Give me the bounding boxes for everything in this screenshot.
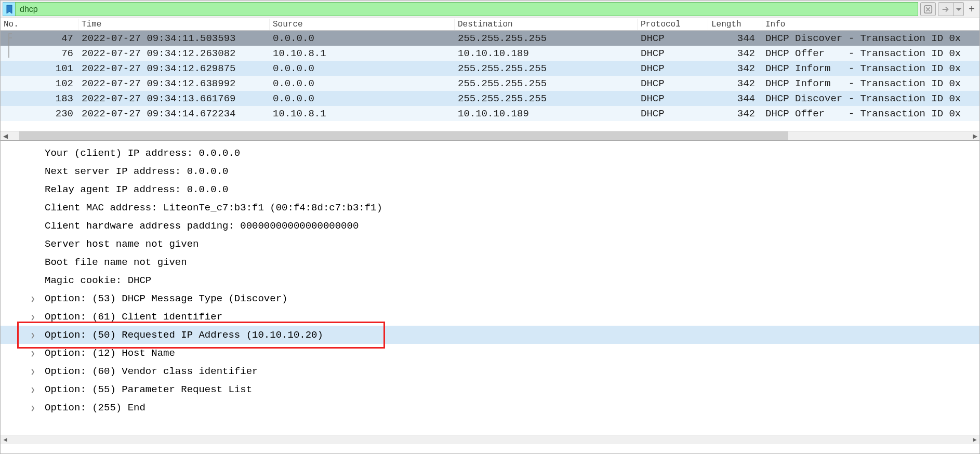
cell-no: 183 <box>1 93 78 104</box>
cell-len: 344 <box>708 93 762 104</box>
cell-src: 0.0.0.0 <box>270 63 455 74</box>
scroll-left-icon[interactable]: ◀ <box>1 435 10 444</box>
packet-details-body[interactable]: Your (client) IP address: 0.0.0.0 Next s… <box>1 144 979 435</box>
packet-list-header: No. Time Source Destination Protocol Len… <box>1 18 979 31</box>
cell-info: DHCP Inform - Transaction ID 0x <box>762 78 979 89</box>
packet-row[interactable]: 1012022-07-27 09:34:12.6298750.0.0.0255.… <box>1 61 979 76</box>
detail-option-60[interactable]: ❯Option: (60) Vendor class identifier <box>1 362 979 380</box>
packet-list-pane: No. Time Source Destination Protocol Len… <box>1 18 979 141</box>
detail-your-ip[interactable]: Your (client) IP address: 0.0.0.0 <box>1 144 979 162</box>
details-hscrollbar[interactable]: ◀ ▶ <box>1 435 979 444</box>
col-header-length[interactable]: Length <box>708 19 762 30</box>
cell-proto: DHCP <box>638 108 708 119</box>
scroll-right-icon[interactable]: ▶ <box>970 131 979 140</box>
detail-option-61[interactable]: ❯Option: (61) Client identifier <box>1 308 979 326</box>
cell-proto: DHCP <box>638 33 708 44</box>
cell-time: 2022-07-27 09:34:13.661769 <box>78 93 270 104</box>
cell-proto: DHCP <box>638 48 708 59</box>
cell-dst: 255.255.255.255 <box>455 63 638 74</box>
filter-history-dropdown[interactable] <box>953 2 964 16</box>
col-header-time[interactable]: Time <box>78 19 270 30</box>
cell-time: 2022-07-27 09:34:14.672234 <box>78 108 270 119</box>
cell-len: 342 <box>708 78 762 89</box>
cell-time: 2022-07-27 09:34:12.263082 <box>78 48 270 59</box>
packet-row[interactable]: 472022-07-27 09:34:11.5035930.0.0.0255.2… <box>1 31 979 46</box>
cell-dst: 10.10.10.189 <box>455 48 638 59</box>
detail-relay-agent-ip[interactable]: Relay agent IP address: 0.0.0.0 <box>1 180 979 198</box>
scroll-right-icon[interactable]: ▶ <box>970 435 979 444</box>
apply-filter-button[interactable] <box>938 2 953 16</box>
expand-icon[interactable]: ❯ <box>31 330 38 339</box>
cell-info: DHCP Discover - Transaction ID 0x <box>762 33 979 44</box>
cell-time: 2022-07-27 09:34:11.503593 <box>78 33 270 44</box>
cell-no: 101 <box>1 63 78 74</box>
cell-dst: 255.255.255.255 <box>455 78 638 89</box>
col-header-no[interactable]: No. <box>1 19 78 30</box>
detail-option-50[interactable]: ❯Option: (50) Requested IP Address (10.1… <box>1 326 979 344</box>
detail-magic-cookie[interactable]: Magic cookie: DHCP <box>1 271 979 289</box>
expand-icon[interactable]: ❯ <box>31 294 38 303</box>
cell-dst: 255.255.255.255 <box>455 93 638 104</box>
expand-icon[interactable]: ❯ <box>31 385 38 394</box>
detail-option-53[interactable]: ❯Option: (53) DHCP Message Type (Discove… <box>1 289 979 308</box>
col-header-info[interactable]: Info <box>762 19 979 30</box>
col-header-protocol[interactable]: Protocol <box>638 19 708 30</box>
related-packets-bracket-icon <box>6 31 13 61</box>
cell-info: DHCP Inform - Transaction ID 0x <box>762 63 979 74</box>
cell-src: 10.10.8.1 <box>270 108 455 119</box>
cell-dst: 10.10.10.189 <box>455 108 638 119</box>
cell-info: DHCP Offer - Transaction ID 0x <box>762 48 979 59</box>
detail-option-55[interactable]: ❯Option: (55) Parameter Request List <box>1 380 979 398</box>
detail-boot-file-name[interactable]: Boot file name not given <box>1 253 979 271</box>
cell-dst: 255.255.255.255 <box>455 33 638 44</box>
display-filter-input[interactable] <box>15 2 918 16</box>
detail-hw-padding[interactable]: Client hardware address padding: 0000000… <box>1 217 979 235</box>
bookmark-icon[interactable] <box>3 2 15 16</box>
cell-len: 342 <box>708 63 762 74</box>
packet-list-hscrollbar[interactable]: ◀ ▶ <box>1 131 979 140</box>
detail-client-mac[interactable]: Client MAC address: LiteonTe_c7:b3:f1 (0… <box>1 198 979 217</box>
cell-src: 0.0.0.0 <box>270 33 455 44</box>
col-header-source[interactable]: Source <box>270 19 455 30</box>
cell-len: 342 <box>708 48 762 59</box>
cell-info: DHCP Discover - Transaction ID 0x <box>762 93 979 104</box>
packet-details-pane: Your (client) IP address: 0.0.0.0 Next s… <box>1 141 979 444</box>
col-header-destination[interactable]: Destination <box>455 19 638 30</box>
expand-icon[interactable]: ❯ <box>31 367 38 376</box>
expand-icon[interactable]: ❯ <box>31 349 38 357</box>
detail-server-host-name[interactable]: Server host name not given <box>1 235 979 253</box>
cell-len: 344 <box>708 33 762 44</box>
cell-proto: DHCP <box>638 93 708 104</box>
packet-row[interactable]: 1832022-07-27 09:34:13.6617690.0.0.0255.… <box>1 91 979 106</box>
cell-src: 0.0.0.0 <box>270 93 455 104</box>
cell-proto: DHCP <box>638 78 708 89</box>
add-filter-button[interactable]: + <box>966 2 977 16</box>
packet-row[interactable]: 2302022-07-27 09:34:14.67223410.10.8.110… <box>1 106 979 121</box>
cell-info: DHCP Offer - Transaction ID 0x <box>762 108 979 119</box>
packet-list-body[interactable]: 472022-07-27 09:34:11.5035930.0.0.0255.2… <box>1 31 979 131</box>
expand-icon[interactable]: ❯ <box>31 403 38 412</box>
detail-next-server-ip[interactable]: Next server IP address: 0.0.0.0 <box>1 162 979 180</box>
cell-proto: DHCP <box>638 63 708 74</box>
packet-row[interactable]: 762022-07-27 09:34:12.26308210.10.8.110.… <box>1 46 979 61</box>
packet-row[interactable]: 1022022-07-27 09:34:12.6389920.0.0.0255.… <box>1 76 979 91</box>
scroll-left-icon[interactable]: ◀ <box>1 131 10 140</box>
scrollbar-thumb[interactable] <box>19 131 788 140</box>
filter-toolbar: + <box>1 1 979 18</box>
cell-src: 10.10.8.1 <box>270 48 455 59</box>
detail-option-255[interactable]: ❯Option: (255) End <box>1 398 979 417</box>
cell-time: 2022-07-27 09:34:12.638992 <box>78 78 270 89</box>
cell-len: 342 <box>708 108 762 119</box>
clear-filter-button[interactable] <box>920 2 936 16</box>
cell-no: 230 <box>1 108 78 119</box>
detail-option-12[interactable]: ❯Option: (12) Host Name <box>1 344 979 362</box>
cell-src: 0.0.0.0 <box>270 78 455 89</box>
cell-time: 2022-07-27 09:34:12.629875 <box>78 63 270 74</box>
expand-icon[interactable]: ❯ <box>31 312 38 321</box>
cell-no: 102 <box>1 78 78 89</box>
